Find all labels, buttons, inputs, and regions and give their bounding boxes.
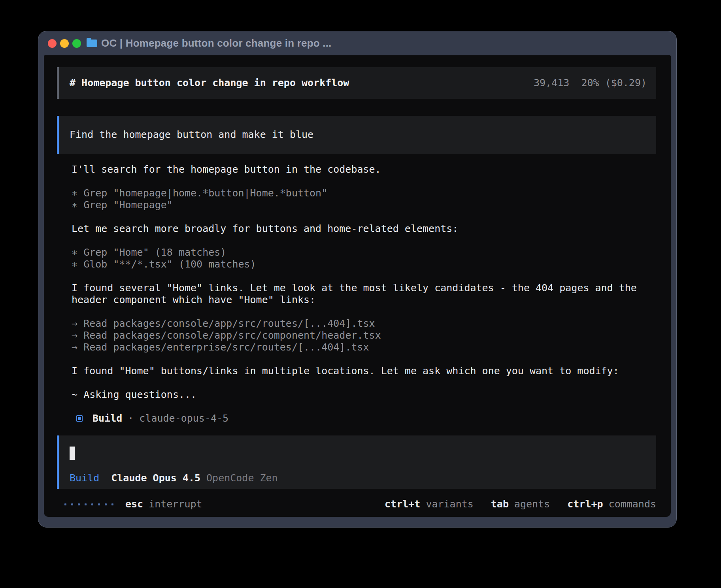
square-badge-icon (76, 415, 83, 422)
assistant-text: I found several "Home" links. Let me loo… (72, 282, 656, 306)
hint-variants: ctrl+t variants (385, 498, 474, 510)
status-bar-right: ctrl+t variants tab agents ctrl+p comman… (385, 498, 656, 510)
arrow-right-icon: → (72, 318, 77, 329)
tool-asterisk-icon: ∗ (72, 258, 77, 270)
spinner-dots (64, 503, 113, 505)
agent-name: Build (92, 413, 122, 424)
arrow-right-icon: → (72, 330, 77, 341)
input-model-label: Claude Opus 4.5 (111, 472, 200, 484)
tool-asterisk-icon: ∗ (72, 247, 77, 258)
tool-calls: ∗ Grep "homepage|home.*button|Home.*butt… (72, 187, 656, 211)
spinner-dot (98, 503, 100, 505)
spinner-dot (111, 503, 113, 505)
status-bar: esc interrupt ctrl+t variants tab agents… (57, 498, 656, 510)
title-bar: OC | Homepage button color change in rep… (38, 31, 676, 55)
spinner-dot (78, 503, 80, 505)
spinner-dot (64, 503, 66, 505)
close-button[interactable] (48, 39, 57, 48)
read-file-line: → Read packages/console/app/src/routes/[… (72, 318, 656, 330)
tool-call-line: ∗ Grep "Homepage" (72, 199, 656, 211)
traffic-lights (48, 39, 81, 48)
assistant-text: I'll search for the homepage button in t… (72, 164, 656, 175)
prompt-input[interactable]: Build Claude Opus 4.5 OpenCode Zen (57, 435, 656, 489)
conversation: I'll search for the homepage button in t… (72, 164, 656, 424)
dot-separator: · (128, 413, 134, 424)
spinner-dot (85, 503, 87, 505)
input-meta-row: Build Claude Opus 4.5 OpenCode Zen (70, 472, 646, 484)
input-provider-label: OpenCode Zen (206, 472, 278, 484)
spinner-dot (105, 503, 107, 505)
tool-calls: → Read packages/console/app/src/routes/[… (72, 318, 656, 353)
terminal-pane: # Homepage button color change in repo w… (44, 55, 671, 517)
window-title: OC | Homepage button color change in rep… (101, 37, 332, 49)
assistant-text: Let me search more broadly for buttons a… (72, 223, 656, 235)
assistant-text: I found "Home" buttons/links in multiple… (72, 365, 656, 377)
read-file-line: → Read packages/console/app/src/componen… (72, 330, 656, 341)
tool-call-line: ∗ Glob "**/*.tsx" (100 matches) (72, 258, 656, 270)
spinner-dot (71, 503, 73, 505)
hint-commands: ctrl+p commands (567, 498, 656, 510)
spinner-dot (91, 503, 93, 505)
hint-agents: tab agents (491, 498, 550, 510)
tool-calls: ∗ Grep "Home" (18 matches) ∗ Glob "**/*.… (72, 247, 656, 270)
folder-icon (87, 40, 97, 47)
text-cursor (70, 447, 75, 460)
zoom-button[interactable] (72, 39, 81, 48)
session-header: # Homepage button color change in repo w… (57, 67, 656, 99)
asking-status: ~ Asking questions... (72, 389, 656, 401)
tilde-icon: ~ (72, 389, 77, 400)
agent-badge: Build · claude-opus-4-5 (72, 413, 656, 424)
read-file-line: → Read packages/enterprise/src/routes/[.… (72, 341, 656, 353)
minimize-button[interactable] (60, 39, 69, 48)
session-title: # Homepage button color change in repo w… (70, 77, 349, 89)
user-message: Find the homepage button and make it blu… (57, 116, 656, 154)
input-agent-label: Build (70, 472, 99, 484)
tool-asterisk-icon: ∗ (72, 187, 77, 199)
tool-call-line: ∗ Grep "Home" (18 matches) (72, 247, 656, 258)
user-message-text: Find the homepage button and make it blu… (70, 129, 646, 141)
tool-call-line: ∗ Grep "homepage|home.*button|Home.*butt… (72, 187, 656, 199)
token-usage-stats: 39,413 20% ($0.29) (534, 77, 647, 89)
tool-asterisk-icon: ∗ (72, 199, 77, 211)
app-window: OC | Homepage button color change in rep… (38, 31, 677, 528)
agent-model: claude-opus-4-5 (139, 413, 228, 424)
arrow-right-icon: → (72, 341, 77, 353)
hint-interrupt: esc interrupt (125, 498, 202, 510)
